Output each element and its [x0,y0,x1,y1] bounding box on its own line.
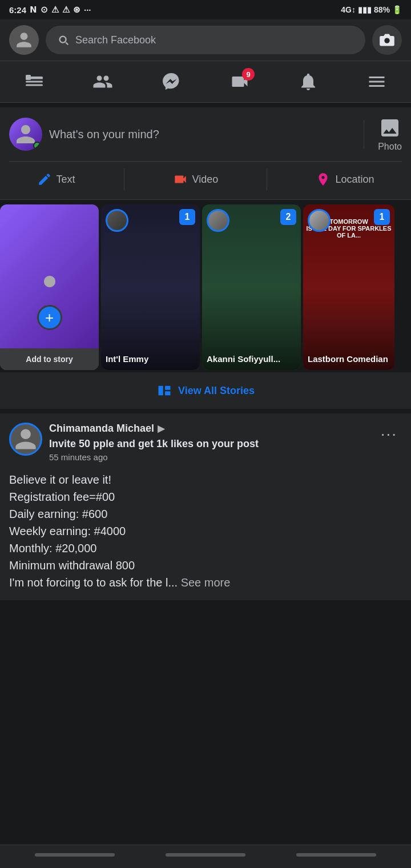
post-header: Chimamanda Michael ▶ Invite 50 pple and … [0,413,411,467]
story-badge-1: 1 [179,209,195,225]
story-label-2: Akanni Sofiyyull... [207,353,296,365]
alert-icon: ⚠ [51,5,59,15]
view-all-stories-button[interactable]: View All Stories [0,372,411,409]
nav-home[interactable] [15,68,54,95]
add-story-label: Add to story [26,355,72,364]
reels-badge: 9 [242,68,255,81]
add-story-plus-button[interactable]: + [37,305,62,330]
add-to-story-card[interactable]: + Add to story [0,204,99,370]
story-avatar-2 [207,209,229,232]
story-avatar-3 [308,209,331,232]
video-label: Video [192,174,219,186]
video-action-button[interactable]: Video [166,168,225,190]
nav-icons-bar: 9 [0,61,411,103]
location-label: Location [335,174,374,186]
composer-top: What's on your mind? Photo [9,116,402,152]
online-indicator [33,142,41,150]
post-invite-text: Invite 50 pple and get 1k likes on your … [49,438,259,450]
author-name[interactable]: Chimamanda Michael [49,423,154,435]
camera-icon [379,32,395,48]
battery-icon: 🔋 [392,5,402,14]
story-label-3: Lastborn Comedian [308,353,390,365]
story-badge-3: 1 [374,209,390,225]
composer-input[interactable]: What's on your mind? [49,128,350,141]
network-icon: ⊙ [41,5,48,15]
battery-level: 88% [374,5,390,14]
post-timestamp: 55 minutes ago [49,452,369,462]
post-direction-arrow: ▶ [158,423,164,434]
photo-icon [378,116,401,139]
search-icon [57,34,70,46]
bottom-nav-bar-3 [296,853,376,857]
photo-button[interactable]: Photo [378,116,402,152]
composer-placeholder: What's on your mind? [49,128,159,140]
svg-point-0 [384,38,389,43]
post-author-info: Chimamanda Michael ▶ Invite 50 pple and … [49,423,369,462]
svg-rect-4 [26,75,31,80]
post-content: Believe it or leave it!Registration fee=… [0,467,411,600]
location-icon [316,172,331,187]
camera-button[interactable] [372,25,402,55]
view-all-stories-label: View All Stories [178,385,255,397]
text-icon [37,172,52,187]
plus-icon: + [45,310,54,325]
avatar-person-icon [14,123,37,146]
story-label-1: Int'l Emmy [106,353,195,365]
bottom-nav-bar-1 [35,853,115,857]
stories-grid-icon [156,383,172,399]
bottom-nav-bar-2 [166,853,245,857]
story-card-1[interactable]: 1 Int'l Emmy [101,204,200,370]
signal-bars: ▮▮▮ [358,5,372,14]
top-nav: Search Facebook [0,19,411,61]
nav-friends[interactable] [83,68,122,95]
vertical-divider [364,120,364,148]
divider1 [124,168,124,190]
time: 6:24 [9,5,26,15]
post-author-avatar[interactable] [9,423,42,456]
stories-scroll: + Add to story 1 Int'l Emmy 2 Akanni Sof… [0,204,411,370]
composer-avatar[interactable] [9,118,42,151]
post-author-name: Chimamanda Michael ▶ Invite 50 pple and … [49,423,369,450]
nav-reels[interactable]: 9 [220,68,259,95]
video-icon [173,172,188,187]
text-action-button[interactable]: Text [30,168,82,190]
story-card-3[interactable]: TOMORROWIS THE DAY FOR SPARKLES OF LA...… [303,204,394,370]
status-right: 4G↕ ▮▮▮ 88% 🔋 [341,5,402,14]
see-more-link[interactable]: See more [181,576,231,589]
add-story-image-area [0,204,99,370]
nav-messenger[interactable] [152,68,191,95]
svg-rect-3 [26,85,43,86]
add-story-avatar-icon [35,273,64,302]
status-bar: 6:24 𝗡 ⊙ ⚠ ⚠ ⊛ ··· 4G↕ ▮▮▮ 88% 🔋 [0,0,411,19]
person-icon [15,31,33,49]
story-badge-2: 2 [280,209,296,225]
home-icon [24,71,45,92]
nav-menu[interactable] [357,68,396,95]
composer-actions: Text Video Location [9,161,402,190]
post-text: Believe it or leave it!Registration fee=… [9,473,181,589]
story-card-2[interactable]: 2 Akanni Sofiyyull... [202,204,301,370]
notifications-icon [298,71,319,92]
nav-notifications[interactable] [289,68,328,95]
photo-label: Photo [378,142,402,152]
post-more-button[interactable]: ··· [376,423,402,445]
friends-icon [92,71,113,92]
divider2 [267,168,267,190]
add-story-label-area: Add to story [0,348,99,370]
search-bar[interactable]: Search Facebook [46,26,365,54]
text-label: Text [57,174,75,186]
post-composer: What's on your mind? Photo Text Video [0,107,411,200]
signal-icon: 4G↕ [341,5,356,14]
story-avatar-1 [106,209,128,232]
svg-rect-2 [26,81,43,83]
more-icon: ··· [84,5,91,15]
stories-section: + Add to story 1 Int'l Emmy 2 Akanni Sof… [0,204,411,409]
profile-avatar[interactable] [9,25,39,55]
bottom-nav [0,845,411,868]
location-action-button[interactable]: Location [309,168,381,190]
messenger-icon [161,71,182,92]
carrier-icon: 𝗡 [30,5,37,15]
alert-icon2: ⚠ [62,5,70,15]
feed-post: Chimamanda Michael ▶ Invite 50 pple and … [0,413,411,600]
globe-icon: ⊛ [73,5,80,15]
